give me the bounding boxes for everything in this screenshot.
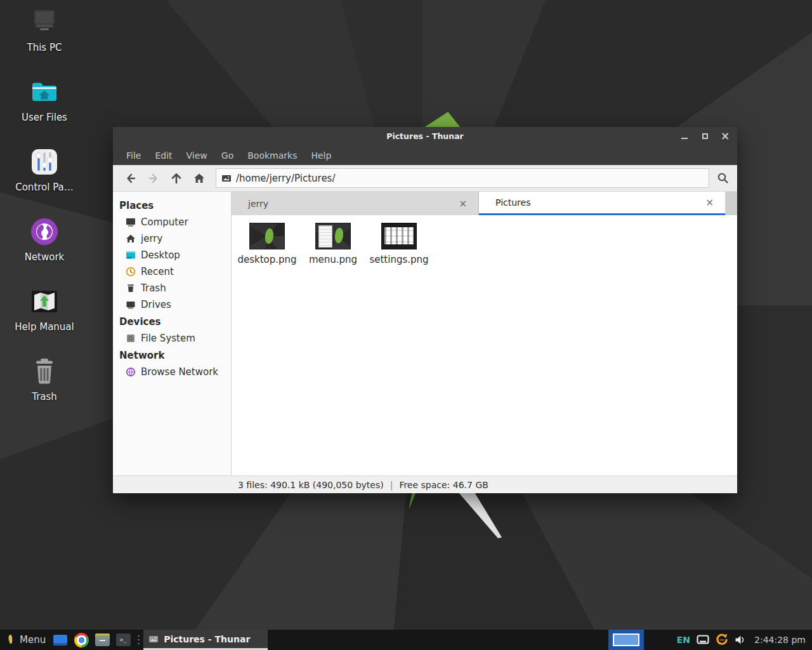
sidebar-item-desktop[interactable]: Desktop [113, 247, 231, 263]
network-globe-icon [126, 367, 136, 377]
image-icon [148, 634, 159, 644]
forward-icon [147, 172, 160, 185]
path-bar[interactable]: /home/jerry/Pictures/ [216, 168, 709, 188]
sidebar-item-label: Browse Network [141, 366, 218, 378]
tab-close-icon[interactable]: × [455, 197, 471, 211]
sidebar-item-browse-network[interactable]: Browse Network [113, 364, 231, 380]
tab-bar: jerry × Pictures × [232, 192, 737, 215]
file-thumbnail [249, 223, 285, 249]
menu-go[interactable]: Go [214, 147, 240, 164]
toolbar: /home/jerry/Pictures/ [113, 165, 737, 192]
menu-button[interactable]: Menu [0, 630, 52, 650]
file-item-settings-png[interactable]: settings.png [366, 220, 432, 265]
current-path: /home/jerry/Pictures/ [236, 173, 335, 184]
workspace-switcher[interactable] [608, 630, 644, 650]
home-button[interactable] [188, 168, 211, 189]
desktop-icon-control-panel[interactable]: Control Pa… [3, 146, 86, 216]
update-manager-icon[interactable] [715, 633, 729, 647]
clock[interactable]: 2:44:28 pm [754, 635, 806, 645]
thumbnail-art [384, 227, 414, 244]
sidebar-item-label: jerry [141, 233, 162, 244]
tab-jerry[interactable]: jerry × [232, 192, 479, 215]
minimize-button[interactable] [678, 129, 691, 143]
menu-edit[interactable]: Edit [148, 147, 179, 164]
sidebar-item-label: File System [141, 333, 195, 344]
up-icon [170, 172, 183, 185]
menu-view[interactable]: View [180, 147, 214, 164]
desktop-icon-trash[interactable]: Trash [3, 355, 86, 425]
display-tray-icon[interactable] [697, 635, 709, 645]
tab-pictures[interactable]: Pictures × [479, 192, 725, 215]
chrome-launcher[interactable] [73, 632, 89, 648]
desktop-icon-label: User Files [22, 112, 67, 123]
terminal-icon: >_ [116, 633, 131, 646]
forward-button[interactable] [142, 168, 165, 189]
panel-drag-handle[interactable] [137, 633, 140, 646]
sidebar-header-devices: Devices [113, 313, 231, 330]
thumbnail-art [318, 225, 332, 248]
desktop-icon-help-manual[interactable]: Help Manual [3, 286, 86, 355]
desktop-icon-network[interactable]: Network [3, 216, 86, 286]
file-name: settings.png [369, 254, 428, 265]
menu-file[interactable]: File [119, 147, 148, 164]
file-thumbnail [315, 223, 351, 249]
sliders-icon [29, 146, 60, 178]
search-button[interactable] [709, 166, 736, 191]
maximize-icon [702, 133, 708, 139]
tab-close-icon[interactable]: × [702, 196, 717, 209]
sidebar-item-label: Recent [141, 266, 174, 277]
home-folder-icon [29, 76, 60, 108]
file-list[interactable]: desktop.png menu.png settings.png [232, 215, 737, 475]
files-summary: 3 files: 490.1 kB (490,050 bytes) [238, 480, 384, 490]
thunar-window: Pictures - Thunar × File Edit View Go Bo… [113, 127, 737, 493]
search-icon [716, 171, 730, 185]
menu-button-label: Menu [20, 634, 46, 646]
trash-icon [126, 283, 136, 293]
menu-help[interactable]: Help [304, 147, 338, 164]
file-thumbnail [381, 223, 417, 249]
home-icon [126, 234, 136, 244]
sidebar-header-places: Places [113, 197, 231, 214]
window-controls: × [678, 127, 732, 145]
back-button[interactable] [119, 168, 142, 189]
desktop-icon-label: Control Pa… [15, 182, 74, 193]
wallpaper-white-streak [457, 493, 504, 538]
sidebar: Places Computer jerry Desktop Recent [113, 192, 232, 475]
terminal-launcher[interactable]: >_ [115, 632, 131, 648]
desktop-icon-user-files[interactable]: User Files [3, 76, 86, 146]
desktop-icon-column: This PC User Files Control Pa… Network H… [0, 6, 89, 425]
chrome-icon [74, 633, 89, 647]
sidebar-item-file-system[interactable]: File System [113, 330, 231, 347]
back-icon [124, 172, 137, 185]
menu-bookmarks[interactable]: Bookmarks [240, 147, 304, 164]
titlebar[interactable]: Pictures - Thunar × [113, 127, 737, 145]
sidebar-item-recent[interactable]: Recent [113, 263, 231, 280]
volume-icon[interactable] [735, 635, 746, 645]
status-separator: | [390, 480, 393, 490]
file-item-desktop-png[interactable]: desktop.png [234, 220, 300, 265]
keyboard-layout-indicator[interactable]: EN [677, 635, 690, 645]
sidebar-item-jerry[interactable]: jerry [113, 230, 231, 247]
show-desktop-launcher[interactable] [52, 632, 69, 648]
file-item-menu-png[interactable]: menu.png [300, 220, 366, 265]
image-icon [221, 173, 232, 183]
maximize-button[interactable] [698, 129, 712, 143]
sidebar-item-computer[interactable]: Computer [113, 214, 231, 230]
taskbar-task-pictures-thunar[interactable]: Pictures - Thunar [143, 630, 268, 650]
sidebar-item-drives[interactable]: Drives [113, 296, 231, 313]
file-name: desktop.png [237, 254, 296, 265]
file-cabinet-icon [95, 633, 110, 646]
sidebar-item-trash[interactable]: Trash [113, 280, 231, 296]
globe-icon [29, 216, 60, 248]
close-button[interactable]: × [718, 129, 732, 143]
window-title: Pictures - Thunar [113, 131, 737, 141]
hard-disk-icon [126, 333, 136, 343]
distro-menu-icon [5, 633, 15, 646]
active-workspace [613, 633, 639, 646]
file-name: menu.png [309, 254, 357, 265]
thumbnail-art [334, 227, 344, 244]
up-button[interactable] [165, 168, 188, 189]
desktop-icon-this-pc[interactable]: This PC [3, 6, 86, 76]
file-manager-launcher[interactable] [94, 632, 110, 648]
clock-icon [126, 267, 136, 277]
